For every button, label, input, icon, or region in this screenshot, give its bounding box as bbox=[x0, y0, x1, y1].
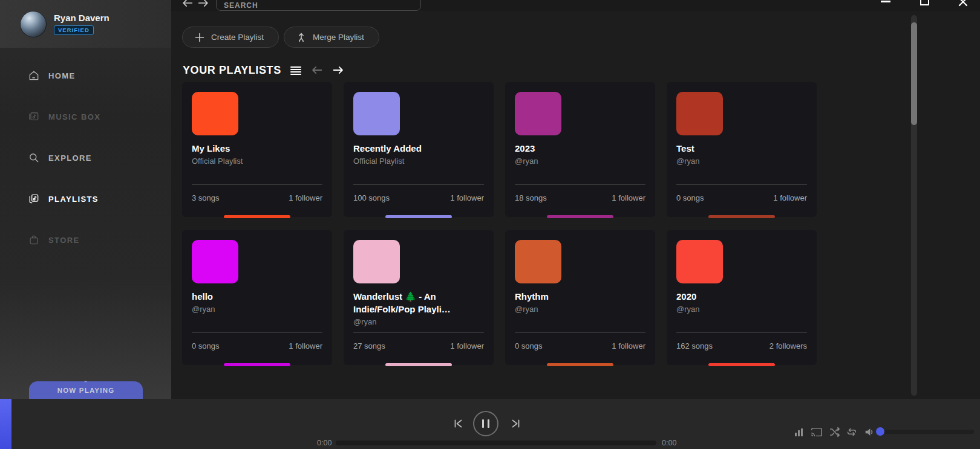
shuffle-icon[interactable] bbox=[829, 426, 841, 438]
profile-section[interactable]: Ryan Davern VERIFIED bbox=[0, 0, 171, 48]
playlist-cover[interactable] bbox=[192, 240, 238, 283]
scroll-right-icon[interactable] bbox=[332, 63, 345, 77]
next-track-icon[interactable] bbox=[511, 418, 521, 429]
player-bar: 0:00 0:00 bbox=[0, 399, 980, 449]
playlist-card[interactable]: My Likes Official Playlist 3 songs 1 fol… bbox=[182, 82, 332, 217]
playlist-subtitle: @ryan bbox=[515, 305, 645, 314]
forward-arrow-icon[interactable] bbox=[197, 0, 210, 10]
divider bbox=[676, 184, 807, 185]
seek-bar[interactable] bbox=[336, 441, 656, 445]
sidebar-item-explore[interactable]: EXPLORE bbox=[0, 147, 171, 168]
cast-icon[interactable] bbox=[811, 426, 823, 438]
song-count: 162 songs bbox=[676, 341, 713, 350]
volume-slider-track[interactable] bbox=[879, 430, 974, 434]
total-time: 0:00 bbox=[662, 439, 676, 447]
playlist-title: Rhythm bbox=[515, 290, 645, 303]
follower-count: 2 followers bbox=[769, 341, 807, 350]
playlist-cover[interactable] bbox=[192, 92, 238, 135]
song-count: 0 songs bbox=[192, 341, 220, 350]
repeat-icon[interactable] bbox=[846, 426, 858, 438]
plus-icon bbox=[195, 33, 204, 42]
playlist-card[interactable]: Rhythm @ryan 0 songs 1 follower bbox=[505, 230, 655, 365]
playlist-color-bar bbox=[547, 363, 613, 366]
volume-icon[interactable] bbox=[864, 426, 876, 438]
playlist-cover[interactable] bbox=[353, 240, 400, 283]
playlist-stats: 18 songs 1 follower bbox=[515, 193, 645, 202]
follower-count: 1 follower bbox=[612, 341, 645, 350]
sidebar-item-label: EXPLORE bbox=[48, 153, 92, 163]
playlist-color-bar bbox=[385, 215, 452, 218]
song-count: 3 songs bbox=[192, 193, 220, 202]
playlist-color-bar bbox=[708, 363, 775, 366]
sidebar-item-store[interactable]: STORE bbox=[0, 230, 171, 250]
divider bbox=[515, 184, 645, 185]
playlist-cover[interactable] bbox=[515, 240, 561, 283]
create-playlist-button[interactable]: Create Playlist bbox=[182, 27, 279, 48]
playlist-grid: My Likes Official Playlist 3 songs 1 fol… bbox=[182, 82, 817, 365]
playlist-card[interactable]: Recently Added Official Playlist 100 son… bbox=[344, 82, 494, 217]
pause-button[interactable] bbox=[473, 411, 498, 436]
merge-icon bbox=[296, 33, 306, 42]
playlist-actions: Create Playlist Merge Playlist bbox=[182, 27, 379, 48]
sidebar-item-label: MUSIC BOX bbox=[48, 112, 100, 121]
verified-badge: VERIFIED bbox=[54, 25, 94, 35]
list-view-icon[interactable] bbox=[289, 63, 302, 77]
follower-count: 1 follower bbox=[773, 193, 807, 202]
app-window: SEARCH Create Playlist Merge Playlist YO… bbox=[0, 0, 980, 449]
playlist-subtitle: Official Playlist bbox=[353, 157, 484, 166]
sidebar-item-label: STORE bbox=[48, 236, 80, 245]
volume-slider-thumb[interactable] bbox=[876, 427, 884, 436]
sidebar: Ryan Davern VERIFIED HOME MUSIC BOX bbox=[0, 0, 171, 399]
playlist-title: Recently Added bbox=[353, 142, 484, 155]
profile-name: Ryan Davern bbox=[54, 13, 109, 23]
follower-count: 1 follower bbox=[289, 193, 322, 202]
playlist-cover[interactable] bbox=[353, 92, 400, 135]
playlist-stats: 0 songs 1 follower bbox=[515, 341, 645, 350]
playlist-color-bar bbox=[547, 215, 613, 218]
sidebar-item-playlists[interactable]: PLAYLISTS bbox=[0, 189, 171, 209]
sidebar-item-label: PLAYLISTS bbox=[48, 195, 99, 204]
now-playing-button[interactable]: ⌃ NOW PLAYING bbox=[29, 381, 143, 399]
maximize-button[interactable] bbox=[920, 0, 929, 5]
playlist-color-bar bbox=[708, 215, 775, 218]
playlist-cover[interactable] bbox=[515, 92, 561, 135]
search-input[interactable]: SEARCH bbox=[216, 0, 421, 11]
song-count: 18 songs bbox=[515, 193, 547, 202]
sidebar-item-home[interactable]: HOME bbox=[0, 65, 171, 86]
minimize-button[interactable] bbox=[881, 1, 890, 2]
playlist-subtitle: @ryan bbox=[192, 305, 322, 314]
scroll-left-icon[interactable] bbox=[310, 63, 324, 77]
pause-icon bbox=[482, 419, 484, 428]
playlists-icon bbox=[28, 193, 40, 205]
playlist-subtitle: @ryan bbox=[353, 317, 484, 326]
merge-playlist-button[interactable]: Merge Playlist bbox=[284, 27, 379, 48]
playlist-card[interactable]: 2023 @ryan 18 songs 1 follower bbox=[505, 82, 655, 217]
sidebar-item-music-box[interactable]: MUSIC BOX bbox=[0, 106, 171, 127]
playlist-stats: 27 songs 1 follower bbox=[353, 341, 484, 350]
back-arrow-icon[interactable] bbox=[181, 0, 194, 10]
song-count: 27 songs bbox=[353, 341, 385, 350]
merge-playlist-label: Merge Playlist bbox=[313, 33, 364, 42]
divider bbox=[192, 332, 322, 333]
previous-track-icon[interactable] bbox=[452, 418, 463, 429]
playlist-color-bar bbox=[224, 215, 290, 218]
playlist-card[interactable]: 2020 @ryan 162 songs 2 followers bbox=[667, 230, 817, 365]
playlist-card[interactable]: hello @ryan 0 songs 1 follower bbox=[182, 230, 332, 365]
playlist-cover[interactable] bbox=[676, 92, 723, 135]
scrollbar-thumb[interactable] bbox=[911, 22, 917, 125]
close-button[interactable] bbox=[958, 0, 969, 7]
playlist-card[interactable]: Wanderlust 🌲 - An Indie/Folk/Pop Playli…… bbox=[344, 230, 494, 365]
equalizer-icon[interactable] bbox=[793, 426, 805, 438]
chevron-up-icon: ⌃ bbox=[83, 381, 89, 386]
playlist-subtitle: Official Playlist bbox=[192, 157, 322, 166]
store-icon bbox=[28, 234, 40, 246]
divider bbox=[192, 184, 322, 185]
playlist-color-bar bbox=[224, 363, 290, 366]
scrollbar-track[interactable] bbox=[911, 15, 917, 396]
playlist-stats: 100 songs 1 follower bbox=[353, 193, 484, 202]
playlist-stats: 3 songs 1 follower bbox=[192, 193, 322, 202]
avatar[interactable] bbox=[20, 11, 47, 37]
playlist-card[interactable]: Test @ryan 0 songs 1 follower bbox=[667, 82, 817, 217]
playlist-cover[interactable] bbox=[676, 240, 723, 283]
playlist-stats: 0 songs 1 follower bbox=[676, 193, 807, 202]
